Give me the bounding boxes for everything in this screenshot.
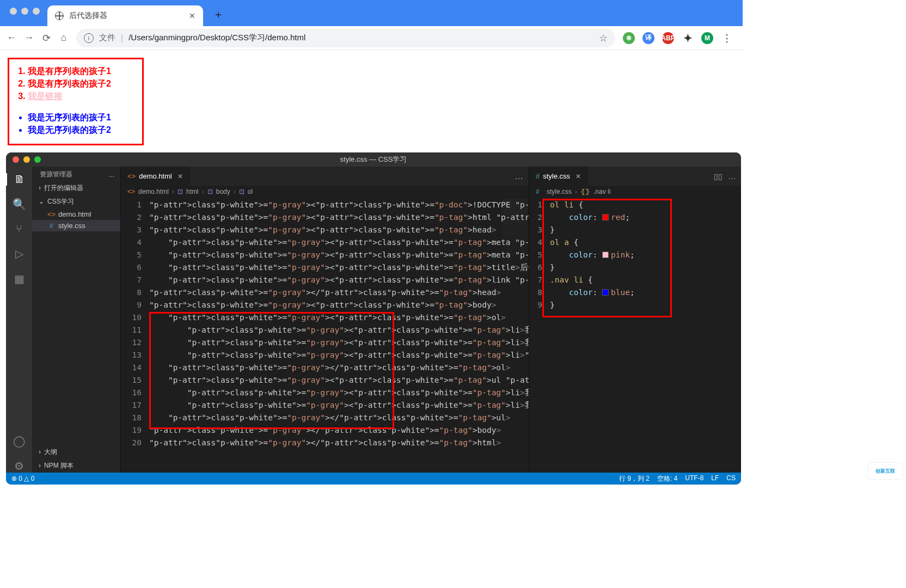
code-editor-css[interactable]: 123456789 ol li { color: red;}ol a { col… [529,198,741,473]
list-item: 我是链接 [28,91,138,102]
close-tab-icon[interactable]: ✕ [177,173,183,180]
breadcrumb[interactable]: <> demo.html› ⊡html› ⊡body› ⊡ol [121,186,529,198]
close-window-icon[interactable] [13,156,19,163]
new-tab-button[interactable]: ＋ [203,7,231,26]
file-item-demo[interactable]: <>demo.html [32,209,120,220]
status-cursor-pos[interactable]: 行 9，列 2 [619,474,650,483]
css-rule-icon: ⦃⦄ [580,188,590,195]
editor-group-right: # style.css ✕ ▯▯ … # style.css› ⦃⦄ .nav … [529,167,741,473]
profile-avatar[interactable]: M [701,32,713,44]
url-path: /Users/ganmingpro/Desktop/CSS学习/demo.htm… [128,33,305,43]
tab-demo-html[interactable]: <> demo.html ✕ [121,167,190,186]
status-problems[interactable]: ⊗ 0 △ 0 [11,475,34,482]
list-item: 我是有序列表的孩子1 [28,66,138,77]
back-button[interactable]: ← [7,32,16,44]
editor-tabs: <> demo.html ✕ … [121,167,529,186]
css-file-icon: # [47,222,55,230]
editor-more-icon[interactable]: … [728,172,736,181]
watermark-logo: 创新互联 [868,463,903,479]
breadcrumb[interactable]: # style.css› ⦃⦄ .nav li [529,186,741,198]
status-eol[interactable]: LF [711,474,719,483]
browser-tabstrip: 后代选择器 ✕ ＋ [0,0,743,26]
status-language[interactable]: CS [726,474,736,483]
vscode-titlebar[interactable]: style.css — CSS学习 [6,152,741,167]
adblock-extension-icon[interactable]: ABP [662,32,674,44]
minimize-window-icon[interactable] [23,156,30,163]
status-bar[interactable]: ⊗ 0 △ 0 行 9，列 2 空格: 4 UTF-8 LF CS [6,473,741,485]
browser-tab[interactable]: 后代选择器 ✕ [47,5,203,26]
tab-style-css[interactable]: # style.css ✕ [529,167,588,186]
status-encoding[interactable]: UTF-8 [685,474,703,483]
status-indent[interactable]: 空格: 4 [657,474,677,483]
window-traffic-lights[interactable] [7,0,44,15]
activity-bar: 🗎 🔍 ⑂ ▷ ▦ ◯ ⚙ [6,167,32,473]
html-file-icon: <> [127,172,136,180]
file-item-style[interactable]: #style.css [32,220,120,231]
explorer-title: 资源管理器 [40,170,72,179]
reload-button[interactable]: ⟳ [41,32,51,44]
html-file-icon: <> [47,210,55,218]
address-bar[interactable]: i 文件 | /Users/ganmingpro/Desktop/CSS学习/d… [76,29,615,47]
translate-extension-icon[interactable]: 译 [642,32,654,44]
home-button[interactable]: ⌂ [59,32,69,44]
demo-link[interactable]: 我是链接 [28,91,63,101]
bookmark-star-icon[interactable]: ☆ [599,32,608,44]
toolbar-extensions: ✻ 译 ABP ✦ M ⋮ [623,32,736,44]
browser-toolbar: ← → ⟳ ⌂ i 文件 | /Users/ganmingpro/Desktop… [0,26,743,50]
ordered-list: 我是有序列表的孩子1 我是有序列表的孩子2 我是链接 [28,66,138,102]
tab-title: 后代选择器 [69,11,107,21]
section-npm[interactable]: NPM 脚本 [32,459,120,473]
list-item: 我是无序列表的孩子1 [28,112,138,124]
globe-icon [55,11,64,20]
forward-button[interactable]: → [24,32,34,44]
list-item: 我是无序列表的孩子2 [28,125,138,136]
account-icon[interactable]: ◯ [13,434,25,448]
settings-gear-icon[interactable]: ⚙ [14,460,24,473]
explorer-icon[interactable]: 🗎 [6,173,32,186]
html-file-icon: <> [127,188,135,195]
chrome-menu-icon[interactable]: ⋮ [721,32,733,44]
editor-more-icon[interactable]: … [509,167,529,186]
source-control-icon[interactable]: ⑂ [16,223,22,235]
page-viewport: 我是有序列表的孩子1 我是有序列表的孩子2 我是链接 我是无序列表的孩子1 我是… [0,50,743,153]
close-tab-icon[interactable]: ✕ [576,173,581,180]
brackets-icon: ⊡ [207,188,213,195]
extension-icon[interactable]: ✻ [623,32,635,44]
search-icon[interactable]: 🔍 [13,198,26,211]
extensions-icon[interactable]: ▦ [14,272,25,285]
css-file-icon: # [536,172,540,180]
code-editor-html[interactable]: 1234567891011121314151617181920 "p-attr"… [121,198,529,473]
extensions-menu-icon[interactable]: ✦ [682,32,694,44]
site-info-icon[interactable]: i [84,33,94,43]
sidebar-explorer: 资源管理器 … 打开的编辑器 CSS学习 <>demo.html #style.… [32,167,120,473]
list-item: 我是有序列表的孩子2 [28,78,138,90]
brackets-icon: ⊡ [239,188,244,195]
section-project[interactable]: CSS学习 [32,195,120,209]
run-debug-icon[interactable]: ▷ [15,247,23,260]
vscode-window: style.css — CSS学习 🗎 🔍 ⑂ ▷ ▦ ◯ ⚙ 资源管理器 … … [6,152,741,485]
maximize-window-icon[interactable] [34,156,41,163]
section-outline[interactable]: 大纲 [32,445,120,459]
split-editor-icon[interactable]: ▯▯ [714,172,723,181]
section-open-editors[interactable]: 打开的编辑器 [32,181,120,195]
editor-group-left: <> demo.html ✕ … <> demo.html› ⊡html› ⊡b… [120,167,529,473]
demo-output-box: 我是有序列表的孩子1 我是有序列表的孩子2 我是链接 我是无序列表的孩子1 我是… [8,58,144,145]
css-file-icon: # [536,188,543,195]
brackets-icon: ⊡ [177,188,183,195]
vscode-window-title: style.css — CSS学习 [340,155,407,164]
more-actions-icon[interactable]: … [108,171,115,179]
url-scheme-label: 文件 [99,33,115,43]
close-tab-icon[interactable]: ✕ [189,11,195,20]
unordered-list: 我是无序列表的孩子1 我是无序列表的孩子2 [28,112,138,136]
browser-window: 后代选择器 ✕ ＋ ← → ⟳ ⌂ i 文件 | /Users/ganmingp… [0,0,743,153]
editor-tabs: # style.css ✕ ▯▯ … [529,167,741,186]
